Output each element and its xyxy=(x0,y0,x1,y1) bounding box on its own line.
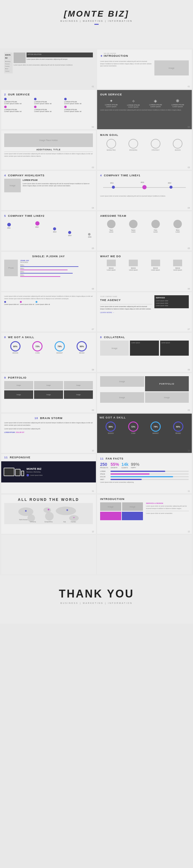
intro-content: Lorem ipsum dolor sit amet consectetur a… xyxy=(100,60,189,75)
wwd-item: IMAGE Lorem ipsum xyxy=(173,260,182,271)
bar-track xyxy=(110,479,189,480)
wwd-image xyxy=(151,260,160,266)
team-role: Lorem xyxy=(129,231,137,233)
fanfact-value: 14k xyxy=(122,462,128,467)
title-slide: [MONTE BIZ] BUSINESS | MARKETING | INFOR… xyxy=(0,0,193,48)
fanfacts-title: 11 FAN FACTS xyxy=(100,457,189,460)
layout-sidebar: MONTE BIZ Marketing Services Portfolio A… xyxy=(4,53,13,73)
slide-skill-light: 8 WE GOT A SKILL 80% DESIGN 72% CODE 79%… xyxy=(1,333,96,372)
slide-number: 08 xyxy=(92,369,94,371)
text-dot-pink xyxy=(20,301,22,303)
slide-number: 11 xyxy=(188,490,190,492)
skill-circle: 72% xyxy=(32,341,42,351)
goal-label: STRATEGY xyxy=(151,149,160,151)
service-dark-body: Lorem ipsum dolor sit amet consectetur a… xyxy=(100,109,189,112)
image-placeholder: Image Place Holder xyxy=(4,133,93,147)
tl-item: 2012 xyxy=(35,221,39,228)
agency-body: Lorem ipsum dolor sit amet consectetur a… xyxy=(100,305,152,310)
slide-timeline-1: 4 COMPANY TIME LINE#1 2011 2013 2014 Lor… xyxy=(97,171,192,210)
portfolio2-center: PORTFOLIO xyxy=(145,376,189,391)
bar-fill xyxy=(110,479,142,480)
bar-track xyxy=(110,476,189,477)
portfolio2-grid: Image PORTFOLIO Image Image xyxy=(100,376,189,403)
service-icon-item: ❋ LOREM IPSUM Lorem ipsum xyxy=(171,98,184,108)
slide-number: 05 xyxy=(92,247,94,249)
slide-portfolio-2: Image PORTFOLIO Image Image 09 xyxy=(97,373,192,412)
text-dot-blue xyxy=(4,301,6,303)
intro-title: INTRODUCTION xyxy=(104,54,128,57)
skill-label: BRAND xyxy=(76,352,87,354)
slide-number: 04 xyxy=(92,207,94,209)
skill-label: SKILL xyxy=(20,271,93,273)
skill-pct: 72% xyxy=(35,345,39,347)
intro-image: Image xyxy=(154,60,189,75)
skill-bar-pink xyxy=(20,270,68,270)
device-desktop xyxy=(4,468,14,476)
agency-text-area: YOUR COMPANY NAME THE AGENCY Lorem ipsum… xyxy=(100,295,152,314)
bar-fill xyxy=(110,471,165,472)
skill-label: MARKET xyxy=(55,352,65,354)
skill-label: SKILL xyxy=(20,268,93,269)
fanfact-label: PROJECTS xyxy=(100,467,108,469)
tl-year: 2011 xyxy=(7,227,11,229)
team-avatar xyxy=(107,220,116,228)
intro2-color-block-blue xyxy=(122,512,143,520)
service-num: 2 xyxy=(4,93,6,96)
thank-you-slide: THANK YOU BUSINESS | MARKETING | INFORMA… xyxy=(0,576,193,624)
slide-number: 02 xyxy=(92,126,94,128)
skill-pct: 90% xyxy=(79,345,84,347)
skill-item: 80% DESIGN xyxy=(105,422,116,434)
service-item-text: Lorem ipsum dolor sit xyxy=(34,103,63,104)
responsive-brand: MONTE BIZ xyxy=(27,467,42,470)
portfolio-item: Image xyxy=(64,381,93,390)
profile-skill-row: SKILL xyxy=(20,268,93,270)
resp-dot xyxy=(27,474,29,476)
slide-introduction: ✦ WE ARE INSPIRE INTRODUCTION Lorem ipsu… xyxy=(97,50,192,89)
slide-skill-dark: WE GOT A SKILL 80% DESIGN 72% CODE 79% M… xyxy=(97,414,192,453)
svg-text:S.America: S.America xyxy=(30,521,36,523)
collateral-item: Image xyxy=(100,341,129,355)
goal-label: MARKETING xyxy=(106,149,116,151)
agency-dark-box: SERVICES Lorem ipsum dolorLorem ipsum do… xyxy=(154,295,189,308)
portfolio2-image: Image xyxy=(100,376,144,387)
timeline1-body: Lorem ipsum dolor sit amet consectetur a… xyxy=(100,195,189,197)
image-body-text: Lorem ipsum dolor sit amet consectetur a… xyxy=(4,153,93,157)
wwd-text: Lorem ipsum xyxy=(107,269,116,271)
world-map-svg: North America S.America Europe/Africa As… xyxy=(5,504,92,523)
slide-responsive: 11 RESPONSIVE MONTE BIZ Business | Marke… xyxy=(1,454,96,493)
svg-point-3 xyxy=(45,512,53,521)
divider xyxy=(100,304,152,304)
team-role: Lorem xyxy=(107,231,116,233)
service-item: LOREM IPSUM Lorem ipsum dolor sit xyxy=(4,106,33,112)
slide-timeline-2: 5 COMPANY TIME LINE#2 2011 2012 2013 201… xyxy=(1,211,96,251)
service-icon: ❋ xyxy=(171,98,184,103)
service-icon-text: Lorem ipsum xyxy=(171,106,184,107)
fanfacts-numbers: 250 PROJECTS 55% GROWTH 14k CLIENTS 99% … xyxy=(100,462,189,469)
tl-dot xyxy=(53,227,56,230)
sidebar-item: Portfolio xyxy=(5,65,12,68)
tl-item: 2015 xyxy=(88,233,91,238)
thank-you-subtitle: BUSINESS | MARKETING | INFORMATION xyxy=(6,602,187,604)
fanfacts-description: Lorem ipsum dolor sit amet consectetur a… xyxy=(100,481,189,483)
divider xyxy=(4,152,93,152)
agency-company-name: YOUR COMPANY NAME xyxy=(100,295,152,298)
service-item: LOREM IPSUM Lorem ipsum dolor sit xyxy=(34,106,63,112)
text-dot-lightblue xyxy=(36,301,37,303)
service-dark-icons: ✦ LOREM IPSUM Lorem ipsum ⟡ LOREM IPSUM … xyxy=(100,98,189,108)
intro2-text-area: SERVICE & DESIGN Lorem ipsum dolor sit a… xyxy=(145,502,189,520)
portfolio-item-dark: Image xyxy=(64,391,93,399)
world-title-area: ALL ROUND THE WORLD xyxy=(4,498,93,502)
profile-skill-row: SKILL xyxy=(20,264,93,267)
intro2-title: INTRODUCTION xyxy=(100,498,189,501)
highlights-content: Image LOREM IPSUM Lorem ipsum dolor sit … xyxy=(4,179,93,192)
fanfact-item: 14k CLIENTS xyxy=(122,462,128,469)
profile-role: DESIGNER xyxy=(20,261,93,263)
wwd-text: Lorem ipsum xyxy=(129,269,138,271)
slide-number: 12 xyxy=(188,530,190,533)
skill-circle: 72% xyxy=(128,422,138,432)
skill-item: 90% BRAND xyxy=(173,422,183,434)
text-point-3: Lorem ipsum dolor sit xyxy=(36,303,50,305)
slide-our-service-dark: OUR SERVICE ✦ LOREM IPSUM Lorem ipsum ⟡ … xyxy=(97,90,192,129)
service-dark-title: OUR SERVICE xyxy=(100,93,189,96)
bar-track xyxy=(110,473,189,475)
